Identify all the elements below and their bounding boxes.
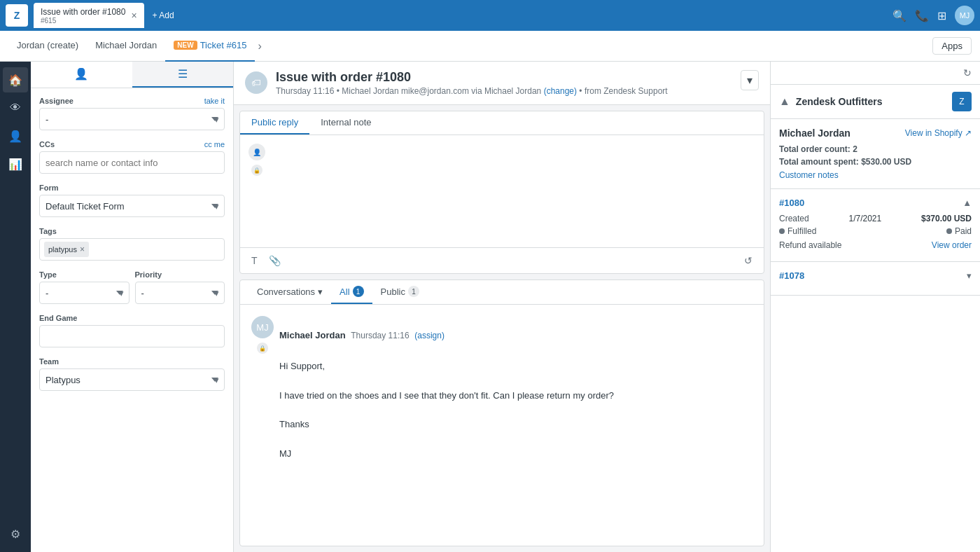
- add-tab-button[interactable]: + Add: [147, 8, 180, 23]
- order-1078-header: #1078 ▾: [779, 270, 972, 281]
- sidebar-item-views[interactable]: 👁: [3, 95, 28, 120]
- left-panel-tab-user[interactable]: 👤: [31, 62, 132, 88]
- send-button[interactable]: ↺: [741, 252, 755, 269]
- middle-content: 🏷 Issue with order #1080 Thursday 11:16 …: [234, 62, 770, 552]
- apps-button[interactable]: Apps: [932, 37, 972, 55]
- subnav-tab-jordan-create[interactable]: Jordan (create): [8, 31, 87, 62]
- user-avatar[interactable]: MJ: [955, 6, 974, 25]
- order-1080-collapse-button[interactable]: ▲: [962, 198, 972, 208]
- tab-subtitle: #615: [41, 17, 125, 25]
- assign-link[interactable]: (assign): [414, 331, 444, 340]
- sidebar-item-reports[interactable]: 📊: [3, 151, 28, 177]
- attach-file-button[interactable]: 📎: [266, 252, 284, 269]
- sub-nav-right: Apps: [932, 37, 972, 55]
- ccs-input[interactable]: [39, 151, 225, 174]
- tags-field: Tags platypus ×: [39, 227, 225, 261]
- priority-select[interactable]: -: [135, 282, 225, 304]
- total-order-count: Total order count: 2: [779, 144, 972, 154]
- rs-customer-name: Michael Jordan: [779, 127, 850, 139]
- public-badge: 1: [408, 286, 419, 297]
- ticket-meta: Thursday 11:16 • Michael Jordan mike@jor…: [276, 86, 668, 96]
- tab-close-button[interactable]: ×: [131, 10, 136, 21]
- sidebar-item-users[interactable]: 👤: [3, 123, 28, 149]
- order-1078: #1078 ▾: [771, 262, 980, 296]
- conv-message: MJ 🔒 Michael Jordan Thursday 11:16 (assi…: [240, 305, 764, 473]
- type-label: Type: [39, 270, 130, 279]
- order-1078-expand-button[interactable]: ▾: [967, 270, 972, 281]
- rs-header: ▲ Zendesk Outfitters Z: [771, 85, 980, 119]
- order-1078-id[interactable]: #1078: [779, 270, 804, 281]
- reply-input-area: 👤 🔒: [240, 135, 764, 247]
- conv-tab-conversations[interactable]: Conversations ▾: [248, 281, 331, 304]
- form-select[interactable]: Default Ticket Form: [39, 195, 225, 217]
- left-panel-content: Assignee take it - CCs cc me: [31, 88, 233, 409]
- message-author: Michael Jordan: [279, 330, 346, 340]
- assignee-field: Assignee take it -: [39, 97, 225, 130]
- type-priority-fields: Type - Priority -: [39, 270, 225, 304]
- order-1080-header: #1080 ▲: [779, 198, 972, 208]
- type-select-wrapper: -: [39, 282, 130, 304]
- top-bar-right: 🔍 📞 ⊞ MJ: [892, 6, 974, 25]
- message-body: Hi Support, I have tried on the shoes an…: [251, 359, 752, 462]
- message-time: Thursday 11:16: [351, 331, 409, 340]
- new-badge: NEW: [174, 41, 197, 50]
- type-select[interactable]: -: [39, 282, 130, 304]
- ticket-header-actions: ▾: [741, 70, 759, 90]
- right-sidebar: ↻ ▲ Zendesk Outfitters Z Michael Jordan …: [770, 62, 980, 552]
- left-panel: 👤 ☰ Assignee take it - CCs c: [31, 62, 234, 552]
- active-tab[interactable]: Issue with order #1080 #615 ×: [34, 3, 144, 28]
- rs-customer-section: Michael Jordan View in Shopify ↗ Total o…: [771, 119, 980, 189]
- end-game-field: End Game: [39, 314, 225, 347]
- rs-collapse-button[interactable]: ▲: [779, 95, 790, 108]
- ccs-field: CCs cc me: [39, 140, 225, 174]
- top-bar: Z Issue with order #1080 #615 × + Add 🔍 …: [0, 0, 980, 31]
- cc-me-link[interactable]: cc me: [204, 140, 225, 149]
- reply-input[interactable]: [271, 144, 755, 239]
- reply-tab-internal[interactable]: Internal note: [309, 111, 382, 134]
- customer-notes-link[interactable]: Customer notes: [779, 170, 839, 180]
- left-panel-tab-list[interactable]: ☰: [132, 62, 234, 88]
- refresh-button[interactable]: ↻: [963, 67, 972, 78]
- nav-chevron-right[interactable]: ›: [258, 40, 261, 53]
- take-it-link[interactable]: take it: [204, 97, 225, 105]
- change-link[interactable]: (change): [544, 86, 577, 96]
- reply-tab-public[interactable]: Public reply: [240, 111, 309, 134]
- ticket-header-info: Issue with order #1080 Thursday 11:16 • …: [276, 70, 668, 96]
- paid-dot: [946, 228, 952, 234]
- reply-author-wrapper: 👤 🔒: [248, 144, 265, 239]
- subnav-tab-ticket[interactable]: NEW Ticket #615: [165, 31, 255, 62]
- conv-tab-public[interactable]: Public 1: [372, 280, 428, 304]
- phone-icon[interactable]: 📞: [915, 9, 929, 22]
- rs-app-icon: Z: [952, 92, 972, 111]
- sidebar-item-settings[interactable]: ⚙: [3, 521, 28, 546]
- main-layout: 🏠 👁 👤 📊 ⚙ 👤 ☰ Assignee take it -: [0, 62, 980, 552]
- order-1080: #1080 ▲ Created 1/7/2021 $370.00 USD Ful…: [771, 189, 980, 262]
- rs-customer-header: Michael Jordan View in Shopify ↗: [779, 127, 972, 139]
- left-panel-tabs: 👤 ☰: [31, 62, 233, 88]
- subnav-tab-michael-jordan[interactable]: Michael Jordan: [87, 31, 165, 62]
- end-game-input[interactable]: [39, 325, 225, 347]
- ticket-dropdown-button[interactable]: ▾: [741, 70, 759, 90]
- ccs-label: CCs cc me: [39, 140, 225, 149]
- assignee-select-wrapper: -: [39, 108, 225, 130]
- logo: Z: [6, 4, 28, 27]
- form-select-wrapper: Default Ticket Form: [39, 195, 225, 217]
- conv-tab-all[interactable]: All 1: [331, 280, 372, 304]
- view-in-shopify-link[interactable]: View in Shopify ↗: [905, 128, 972, 138]
- tag-remove-platypus[interactable]: ×: [80, 244, 85, 254]
- sidebar-item-home[interactable]: 🏠: [3, 67, 28, 92]
- view-order-link[interactable]: View order: [932, 240, 972, 250]
- ticket-title: Issue with order #1080: [276, 70, 668, 85]
- total-amount-spent: Total amount spent: $530.00 USD: [779, 157, 972, 167]
- text-format-button[interactable]: T: [248, 252, 260, 269]
- search-icon[interactable]: 🔍: [892, 9, 906, 22]
- team-select[interactable]: Platypus: [39, 368, 225, 391]
- order-1080-fulfilled-status: Fulfilled: [779, 226, 816, 236]
- ticket-header: 🏷 Issue with order #1080 Thursday 11:16 …: [234, 62, 770, 105]
- reply-area: Public reply Internal note 👤 🔒 T 📎 ↺: [239, 111, 764, 274]
- grid-icon[interactable]: ⊞: [937, 9, 946, 22]
- assignee-select[interactable]: -: [39, 108, 225, 130]
- end-game-label: End Game: [39, 314, 225, 322]
- order-1080-id[interactable]: #1080: [779, 198, 804, 208]
- assignee-label: Assignee take it: [39, 97, 225, 105]
